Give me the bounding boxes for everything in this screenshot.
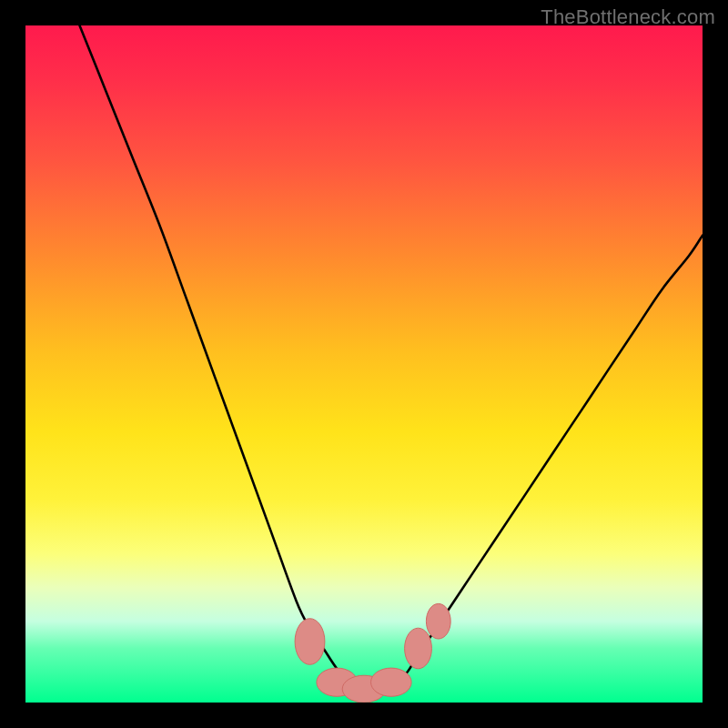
curve-layer-svg [25, 25, 703, 703]
chart-frame: TheBottleneck.com [0, 0, 728, 728]
min-cluster-far-r [426, 603, 450, 639]
min-cluster-left [295, 619, 325, 665]
watermark-text: TheBottleneck.com [541, 5, 715, 29]
min-cluster-right [405, 628, 432, 669]
min-markers-group [295, 603, 450, 703]
min-cluster-mid-c [371, 668, 412, 696]
bottleneck-curve-path [80, 25, 703, 690]
plot-area [25, 25, 703, 703]
